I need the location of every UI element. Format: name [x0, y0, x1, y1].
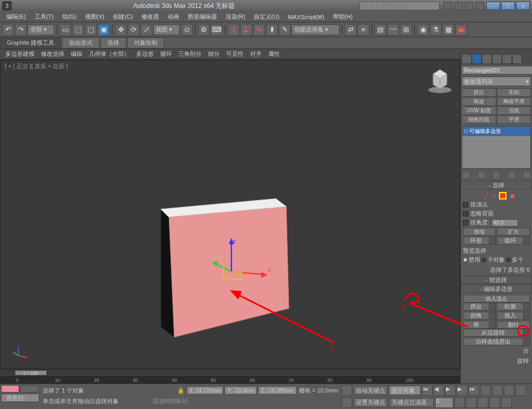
subobj-border-icon[interactable]: ◇	[492, 193, 496, 199]
time-ruler[interactable]: 01020 304050 607080 90100	[0, 376, 460, 384]
graphite-tab-freeform[interactable]: 自由形式	[62, 37, 99, 48]
inset-settings-icon[interactable]	[523, 312, 529, 319]
spinner-snap-toggle[interactable]: ⬍	[266, 24, 278, 36]
pin-stack-icon[interactable]	[462, 171, 470, 179]
angle-spinner[interactable]: 45.0	[492, 219, 518, 227]
rollout-selection-header[interactable]: 选择	[461, 181, 532, 189]
select-scale-button[interactable]: ⤢	[140, 24, 152, 36]
nav-region-button[interactable]	[489, 397, 500, 408]
subobj-polygon-icon[interactable]	[499, 192, 506, 199]
listener-icon[interactable]	[20, 385, 38, 393]
loop-spinner[interactable]	[523, 237, 529, 244]
key-icon[interactable]	[342, 397, 352, 408]
percent-snap-toggle[interactable]: %	[253, 24, 265, 36]
help-search-input[interactable]	[360, 2, 439, 10]
outline-settings-icon[interactable]	[523, 303, 529, 310]
mod-noise-button[interactable]: 噪波	[462, 97, 496, 106]
modifier-stack[interactable]: □ 可编辑多边形	[462, 126, 531, 169]
time-slider[interactable]: 0 / 100	[0, 370, 460, 376]
menu-rendering[interactable]: 渲染(R)	[221, 13, 250, 21]
menu-modifiers[interactable]: 修改器	[137, 13, 163, 21]
viewport[interactable]: [ + ] 正交 ][ 真实 + 边面 ] z y x 1	[0, 60, 460, 369]
extrude-along-spline-button[interactable]: 沿样条线挤出	[463, 338, 530, 346]
preview-subobj-radio[interactable]	[481, 257, 486, 262]
dropdown-icon[interactable]	[476, 2, 484, 10]
ring-spinner[interactable]	[489, 237, 495, 244]
preview-off-radio[interactable]	[463, 257, 468, 262]
key-filters-button[interactable]: 关键点过滤器...	[389, 398, 434, 407]
subtab-polygons[interactable]: 多边形	[133, 50, 157, 58]
goto-end-button[interactable]: ⏭	[469, 385, 479, 396]
menu-tools[interactable]: 工具(T)	[30, 13, 58, 21]
bridge-settings-icon[interactable]	[489, 321, 495, 328]
insert-vertex-button[interactable]: 插入顶点	[463, 295, 530, 303]
coord-z-input[interactable]: Z: -15.385mm	[258, 386, 296, 395]
subtab-align[interactable]: 对齐	[247, 50, 265, 58]
ring-button[interactable]: 环形	[463, 237, 496, 245]
schematic-view-button[interactable]: ⊞	[400, 24, 412, 36]
graphite-tab-selection[interactable]: 选择	[101, 37, 126, 48]
menu-group[interactable]: 组(G)	[58, 13, 81, 21]
select-name-button[interactable]: ⬚	[72, 24, 84, 36]
ref-coord-dropdown[interactable]: 视图 ▾	[153, 24, 180, 35]
extrude-settings-icon[interactable]	[489, 303, 495, 310]
nav-pan-button[interactable]	[480, 385, 491, 396]
bridge-button[interactable]: 桥	[463, 321, 496, 329]
lock-icon[interactable]: 🔒	[177, 387, 185, 394]
nav-fov-button[interactable]	[516, 385, 526, 396]
manipulate-button[interactable]: ⚙	[198, 24, 210, 36]
mod-bevelprofile-button[interactable]: 倒角剖面	[462, 115, 496, 124]
menu-help[interactable]: 帮助(H)	[329, 13, 357, 21]
spline-settings-icon[interactable]	[523, 338, 529, 345]
goto-start-button[interactable]: ⏮	[422, 385, 433, 396]
grow-button[interactable]: 扩大	[497, 228, 530, 236]
coord-x-input[interactable]: X: 24.176mm	[187, 386, 223, 395]
shrink-button[interactable]: 收缩	[463, 228, 496, 236]
viewcube-icon[interactable]	[427, 64, 453, 94]
maxscript-prompt-icon[interactable]	[1, 385, 19, 393]
preview-multi-radio[interactable]	[506, 257, 511, 262]
menu-views[interactable]: 视图(V)	[81, 13, 109, 21]
menu-edit[interactable]: 编辑(E)	[2, 13, 30, 21]
key-mode-dropdown[interactable]: 选定对象	[389, 386, 421, 395]
render-frame-button[interactable]: ▦	[443, 24, 454, 36]
subobj-vertex-icon[interactable]: ∴	[478, 193, 481, 199]
subtab-tris[interactable]: 三角剖分	[175, 50, 205, 58]
rollout-softsel-header[interactable]: 软选择	[461, 276, 532, 284]
mirror-button[interactable]: ⇄	[345, 24, 356, 36]
subtab-edit[interactable]: 编辑	[68, 50, 86, 58]
display-tab-icon[interactable]	[502, 54, 512, 64]
rollout-editpoly-header[interactable]: 编辑多边形	[461, 285, 532, 293]
loop-button[interactable]: 循环	[497, 237, 530, 245]
material-editor-button[interactable]: ◉	[417, 24, 429, 36]
object-name-input[interactable]	[462, 66, 532, 74]
setkey-button[interactable]: 设置关键点	[353, 398, 388, 407]
search-icon[interactable]	[444, 2, 452, 10]
keyboard-shortcut-button[interactable]: ⌨	[211, 24, 222, 36]
app-logo[interactable]: 3	[2, 1, 12, 11]
nav-zoom-all-button[interactable]	[466, 397, 477, 408]
mod-extrude-button[interactable]: 挤出	[462, 88, 496, 97]
menu-graph-editors[interactable]: 图形编辑器	[184, 13, 221, 21]
redo-button[interactable]: ↷	[15, 24, 27, 36]
play-button[interactable]: ▶	[445, 385, 456, 396]
snap-toggle[interactable]: 3	[228, 24, 239, 36]
menu-create[interactable]: 创建(C)	[109, 13, 137, 21]
outline-button[interactable]: 轮廓	[497, 303, 530, 311]
stack-editable-poly[interactable]: □ 可编辑多边形	[462, 127, 530, 136]
close-button[interactable]: ✕	[516, 2, 530, 10]
subtab-poly-model[interactable]: 多边形建模	[2, 50, 38, 58]
subtab-geometry[interactable]: 几何体（全部）	[86, 50, 133, 58]
utilities-tab-icon[interactable]	[512, 54, 522, 64]
subtab-visibility[interactable]: 可见性	[223, 50, 247, 58]
by-angle-checkbox[interactable]	[463, 220, 468, 226]
hierarchy-tab-icon[interactable]	[482, 54, 492, 64]
menu-animation[interactable]: 动画	[163, 13, 184, 21]
frame-input[interactable]: 0	[435, 397, 453, 408]
subobj-element-icon[interactable]: ▣	[510, 193, 515, 199]
mod-uvwmap-button[interactable]: UVW 贴图	[462, 106, 496, 115]
subobj-edge-icon[interactable]: ╱	[485, 193, 488, 199]
modifier-list-dropdown[interactable]: 修改器列表▾	[462, 77, 531, 86]
select-region-button[interactable]: ▢	[85, 24, 97, 36]
mod-meshsmooth-button[interactable]: 网格平滑	[497, 97, 531, 106]
